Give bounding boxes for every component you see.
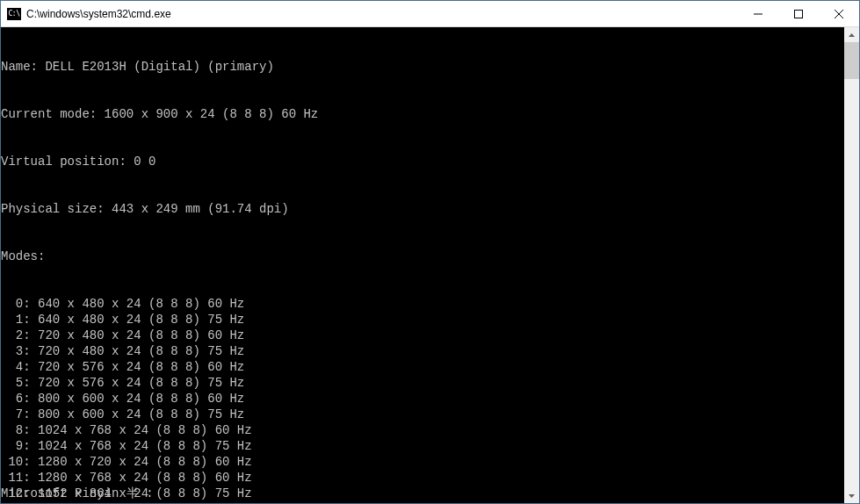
mode-line: 13: 1280 x 800 x 24 (8 8 8) 60 Hz: [1, 501, 844, 503]
titlebar[interactable]: C:\ C:\windows\system32\cmd.exe: [1, 1, 859, 27]
ime-status: Microsoft Pinyin 半 :: [1, 486, 154, 501]
mode-line: 1: 640 x 480 x 24 (8 8 8) 75 Hz: [1, 312, 844, 328]
output-line: Physical size: 443 x 249 mm (91.74 dpi): [1, 201, 844, 217]
output-line: Current mode: 1600 x 900 x 24 (8 8 8) 60…: [1, 106, 844, 122]
maximize-button[interactable]: [778, 1, 819, 26]
output-line: Name: DELL E2013H (Digital) (primary): [1, 59, 844, 75]
mode-line: 10: 1280 x 720 x 24 (8 8 8) 60 Hz: [1, 454, 844, 470]
mode-line: 2: 720 x 480 x 24 (8 8 8) 60 Hz: [1, 328, 844, 343]
mode-line: 4: 720 x 576 x 24 (8 8 8) 60 Hz: [1, 359, 844, 375]
scrollbar-track[interactable]: [844, 42, 859, 488]
cmd-icon: C:\: [7, 8, 21, 20]
scroll-down-button[interactable]: [844, 488, 859, 503]
output-line: Modes:: [1, 248, 844, 264]
svg-marker-4: [849, 33, 855, 37]
cmd-icon-label: C:\: [9, 11, 20, 18]
mode-line: 7: 800 x 600 x 24 (8 8 8) 75 Hz: [1, 407, 844, 422]
window-title: C:\windows\system32\cmd.exe: [26, 8, 738, 20]
svg-marker-5: [849, 494, 855, 498]
client-area: Name: DELL E2013H (Digital) (primary) Cu…: [1, 27, 859, 503]
mode-line: 9: 1024 x 768 x 24 (8 8 8) 75 Hz: [1, 438, 844, 454]
window-frame: C:\ C:\windows\system32\cmd.exe Name: DE…: [0, 0, 860, 504]
window-controls: [738, 1, 859, 26]
mode-line: 3: 720 x 480 x 24 (8 8 8) 75 Hz: [1, 343, 844, 359]
close-button[interactable]: [819, 1, 859, 26]
minimize-button[interactable]: [738, 1, 778, 26]
mode-line: 5: 720 x 576 x 24 (8 8 8) 75 Hz: [1, 375, 844, 391]
scroll-up-button[interactable]: [844, 27, 859, 42]
scrollbar-thumb[interactable]: [844, 42, 859, 79]
mode-line: 6: 800 x 600 x 24 (8 8 8) 60 Hz: [1, 391, 844, 407]
svg-rect-1: [795, 10, 803, 18]
mode-line: 8: 1024 x 768 x 24 (8 8 8) 60 Hz: [1, 422, 844, 438]
terminal-output[interactable]: Name: DELL E2013H (Digital) (primary) Cu…: [1, 27, 844, 503]
mode-line: 0: 640 x 480 x 24 (8 8 8) 60 Hz: [1, 296, 844, 312]
mode-line: 11: 1280 x 768 x 24 (8 8 8) 60 Hz: [1, 470, 844, 486]
output-line: Virtual position: 0 0: [1, 154, 844, 169]
vertical-scrollbar[interactable]: [844, 27, 859, 503]
